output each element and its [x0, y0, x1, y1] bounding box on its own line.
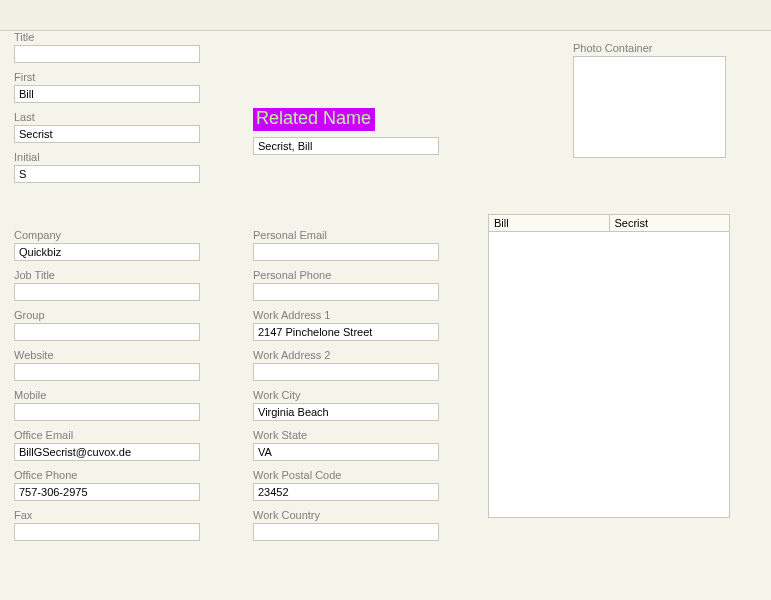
label-first: First [14, 71, 200, 83]
label-work-address-1: Work Address 1 [253, 309, 439, 321]
label-work-country: Work Country [253, 509, 439, 521]
label-work-postal-code: Work Postal Code [253, 469, 439, 481]
label-group: Group [14, 309, 200, 321]
input-job-title[interactable] [14, 283, 200, 301]
label-photo-container: Photo Container [573, 42, 726, 54]
label-website: Website [14, 349, 200, 361]
input-personal-email[interactable] [253, 243, 439, 261]
input-title[interactable] [14, 45, 200, 63]
label-work-address-2: Work Address 2 [253, 349, 439, 361]
list-row[interactable]: Bill Secrist [489, 215, 729, 232]
input-office-email[interactable] [14, 443, 200, 461]
label-work-city: Work City [253, 389, 439, 401]
input-work-address-2[interactable] [253, 363, 439, 381]
input-mobile[interactable] [14, 403, 200, 421]
label-personal-phone: Personal Phone [253, 269, 439, 281]
label-personal-email: Personal Email [253, 229, 439, 241]
input-work-country[interactable] [253, 523, 439, 541]
input-related-name[interactable] [253, 137, 439, 155]
input-fax[interactable] [14, 523, 200, 541]
input-work-state[interactable] [253, 443, 439, 461]
input-work-postal-code[interactable] [253, 483, 439, 501]
input-company[interactable] [14, 243, 200, 261]
list-cell-last: Secrist [610, 215, 730, 231]
input-office-phone[interactable] [14, 483, 200, 501]
related-name-heading: Related Name [253, 108, 375, 131]
photo-container[interactable] [573, 56, 726, 158]
input-group[interactable] [14, 323, 200, 341]
input-website[interactable] [14, 363, 200, 381]
input-work-address-1[interactable] [253, 323, 439, 341]
label-title: Title [14, 31, 200, 43]
label-company: Company [14, 229, 200, 241]
input-first[interactable] [14, 85, 200, 103]
input-initial[interactable] [14, 165, 200, 183]
input-personal-phone[interactable] [253, 283, 439, 301]
label-office-email: Office Email [14, 429, 200, 441]
label-initial: Initial [14, 151, 200, 163]
list-cell-first: Bill [489, 215, 610, 231]
label-last: Last [14, 111, 200, 123]
input-last[interactable] [14, 125, 200, 143]
label-fax: Fax [14, 509, 200, 521]
label-office-phone: Office Phone [14, 469, 200, 481]
related-list[interactable]: Bill Secrist [488, 214, 730, 518]
input-work-city[interactable] [253, 403, 439, 421]
top-bar [0, 0, 771, 31]
label-mobile: Mobile [14, 389, 200, 401]
label-work-state: Work State [253, 429, 439, 441]
label-job-title: Job Title [14, 269, 200, 281]
